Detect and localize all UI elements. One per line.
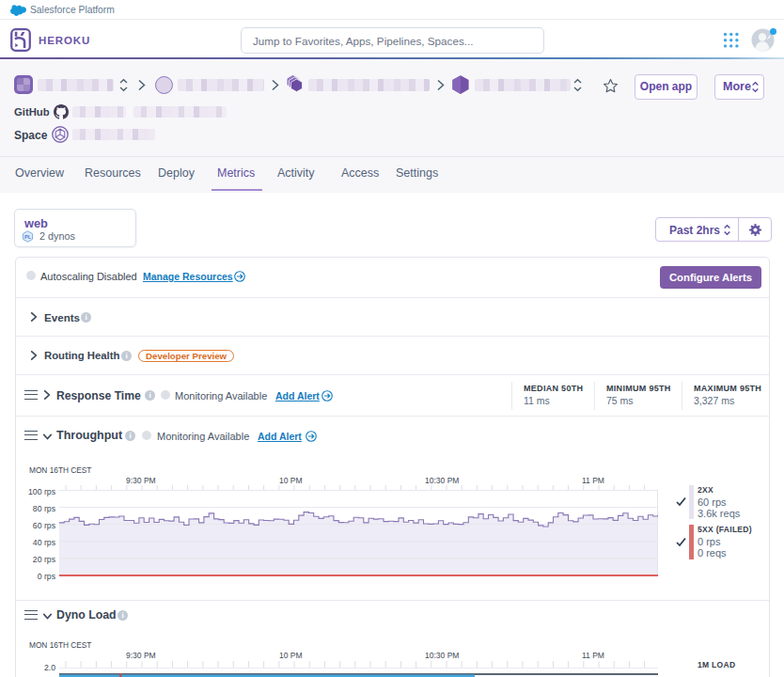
- svg-text:PL: PL: [24, 234, 32, 240]
